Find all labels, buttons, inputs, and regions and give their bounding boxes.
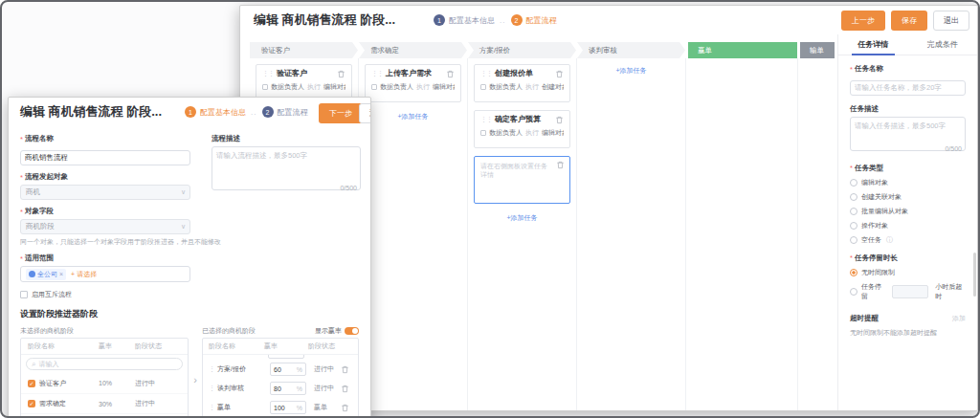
drag-handle-icon[interactable]: ⋮⋮ bbox=[480, 70, 492, 77]
flow-name-input[interactable] bbox=[20, 150, 190, 165]
task-card[interactable]: ⋮⋮ 创建报价单 数据负责人 执行 创建对象 操作 bbox=[474, 64, 570, 102]
checkbox-checked-icon[interactable]: ✓ bbox=[28, 380, 35, 387]
stage-status: 进行中 bbox=[135, 399, 181, 408]
rate-input[interactable]: 80% bbox=[270, 382, 306, 395]
col-header: 阶段状态 bbox=[135, 341, 181, 351]
trash-icon[interactable] bbox=[337, 70, 345, 78]
stage-header: 验证客户 bbox=[250, 42, 358, 58]
radio-icon[interactable] bbox=[850, 288, 858, 296]
trash-icon[interactable] bbox=[341, 404, 352, 412]
right-table-caption: 已选择的商机阶段 bbox=[202, 326, 256, 336]
radio-icon-selected[interactable] bbox=[850, 269, 858, 276]
task-duration-label: 任务停留时长 bbox=[850, 253, 966, 263]
tab-complete-condition[interactable]: 完成条件 bbox=[908, 34, 978, 55]
scope-input[interactable]: 全公司 × + 请选择 bbox=[20, 266, 190, 282]
drag-handle-icon[interactable]: ⋮ bbox=[209, 365, 214, 373]
radio-operate-object[interactable]: 操作对象 bbox=[850, 221, 966, 231]
stage-rate: 10% bbox=[99, 380, 135, 386]
window-body: 流程名称 流程发起对象 商机 ∨ 对象字段 商机阶段 bbox=[9, 126, 370, 418]
stay-hours-input[interactable] bbox=[892, 285, 928, 298]
drag-handle-icon[interactable]: ⋮⋮ bbox=[262, 70, 274, 77]
radio-edit-object[interactable]: 编辑对象 bbox=[850, 178, 966, 187]
search-box[interactable]: ⌕ bbox=[26, 358, 183, 370]
task-title: 验证客户 bbox=[277, 70, 307, 78]
drag-handle-icon[interactable]: ⋮ bbox=[209, 385, 214, 392]
trash-icon[interactable] bbox=[446, 70, 455, 78]
trash-icon[interactable] bbox=[341, 365, 352, 374]
scrollbar-thumb[interactable] bbox=[973, 253, 976, 297]
step-basic-info[interactable]: 1 配置基本信息 bbox=[434, 14, 495, 26]
stage-status: 进行中 bbox=[314, 384, 341, 393]
wizard-steps: 1 配置基本信息 .. 2 配置流程 bbox=[434, 14, 556, 26]
radio-label: 批量编辑从对象 bbox=[861, 207, 908, 216]
add-task-link[interactable]: +添加任务 bbox=[474, 213, 570, 223]
stage-section-title: 设置阶段推进器阶段 bbox=[20, 308, 359, 320]
drag-handle-icon[interactable]: ⋮⋮ bbox=[480, 116, 492, 123]
radio-icon[interactable] bbox=[850, 236, 858, 244]
next-step-button[interactable]: 下一步 bbox=[319, 103, 363, 123]
tab-task-detail[interactable]: 任务详情 bbox=[838, 34, 908, 55]
stage-name: 方案/报价 bbox=[217, 364, 246, 374]
sidebar-tabs: 任务详情 完成条件 bbox=[838, 34, 977, 55]
step-separator: .. bbox=[500, 16, 505, 25]
trash-icon[interactable] bbox=[555, 70, 564, 78]
reminder-header: 超时提醒 添加 bbox=[850, 314, 966, 323]
search-input[interactable] bbox=[38, 361, 177, 367]
percent-sign: % bbox=[297, 366, 302, 373]
trash-icon[interactable] bbox=[341, 385, 352, 393]
flow-editor-window-front: 编辑 商机销售流程 阶段... 1 配置基本信息 .. 2 配置流程 下一步 退… bbox=[8, 97, 371, 418]
toggle-label: 显示赢率 bbox=[315, 326, 342, 336]
scope-add-link[interactable]: + 请选择 bbox=[71, 270, 97, 279]
radio-icon[interactable] bbox=[850, 208, 858, 215]
checkbox-checked-icon[interactable]: ✓ bbox=[28, 400, 35, 407]
mutex-checkbox-row[interactable]: 启用互斥流程 bbox=[20, 290, 190, 299]
radio-icon[interactable] bbox=[850, 179, 858, 187]
task-name-input[interactable] bbox=[850, 80, 966, 96]
flow-desc-textarea[interactable] bbox=[212, 146, 361, 190]
selected-task-card[interactable]: 请在右侧面板设置任务详情 bbox=[474, 156, 570, 204]
radio-empty-task[interactable]: 空任务 ⓘ bbox=[850, 235, 966, 245]
radio-create-related-object[interactable]: 创建关联对象 bbox=[850, 192, 966, 202]
radio-batch-edit-object[interactable]: 批量编辑从对象 bbox=[850, 207, 966, 216]
step-number: 2 bbox=[262, 106, 274, 118]
col-header: 阶段名称 bbox=[209, 341, 264, 351]
radio-label: 无时间限制 bbox=[861, 268, 895, 277]
selected-stages-table: 阶段名称 赢率 阶段状态 ⋮方案/报价 60% 进行中 bbox=[202, 338, 359, 418]
radio-task-stay[interactable]: 任务停留 小时后超时 bbox=[850, 282, 966, 301]
radio-no-time-limit[interactable]: 无时间限制 bbox=[850, 268, 966, 277]
stage-header-win: 赢单 bbox=[688, 42, 797, 58]
rate-input[interactable]: 60% bbox=[270, 363, 306, 376]
step-config-flow[interactable]: 2 配置流程 bbox=[511, 14, 557, 26]
rate-input[interactable]: 100% bbox=[270, 401, 306, 414]
radio-icon[interactable] bbox=[850, 193, 858, 201]
checkbox-icon[interactable] bbox=[20, 291, 28, 298]
task-card[interactable]: ⋮⋮ 上传客户需求 数据负责人 执行 编辑对象 操作 bbox=[365, 64, 461, 102]
add-task-link[interactable]: +添加任务 bbox=[583, 66, 679, 76]
transfer-chevron-right-icon[interactable]: › bbox=[189, 324, 202, 385]
step-basic-info[interactable]: 1 配置基本信息 bbox=[185, 106, 246, 118]
radio-icon[interactable] bbox=[850, 222, 858, 230]
object-field-select[interactable]: 商机阶段 ∨ bbox=[20, 219, 190, 234]
assignee-icon bbox=[262, 84, 268, 90]
prev-step-button[interactable]: 上一步 bbox=[841, 11, 885, 31]
drag-handle-icon[interactable]: ⋮ bbox=[209, 404, 214, 411]
save-button[interactable]: 保存 bbox=[891, 11, 927, 31]
step-label: 配置流程 bbox=[526, 15, 557, 26]
trash-icon[interactable] bbox=[555, 116, 564, 124]
exit-button[interactable]: 退出 bbox=[359, 103, 371, 123]
meta-object: 创建对象 bbox=[542, 82, 564, 92]
rate-value: 60 bbox=[274, 366, 295, 373]
scope-tag[interactable]: 全公司 × bbox=[26, 269, 66, 280]
reminder-add-link[interactable]: 添加 bbox=[952, 314, 966, 323]
show-rate-toggle[interactable] bbox=[345, 327, 359, 335]
window-header: 编辑 商机销售流程 阶段... 1 配置基本信息 .. 2 配置流程 上一步 保… bbox=[240, 6, 977, 34]
meta-exec: 执行 bbox=[307, 82, 321, 92]
trash-icon[interactable] bbox=[556, 161, 565, 169]
exit-button[interactable]: 退出 bbox=[933, 11, 969, 31]
drag-handle-icon[interactable]: ⋮⋮ bbox=[371, 70, 383, 77]
flow-object-select[interactable]: 商机 ∨ bbox=[20, 185, 190, 200]
add-task-link[interactable]: +添加任务 bbox=[365, 112, 461, 121]
task-card[interactable]: ⋮⋮ 确定客户预算 数据负责人 执行 编辑对象 操作 bbox=[474, 110, 570, 148]
step-config-flow[interactable]: 2 配置流程 bbox=[262, 106, 308, 118]
close-icon[interactable]: × bbox=[59, 271, 63, 277]
